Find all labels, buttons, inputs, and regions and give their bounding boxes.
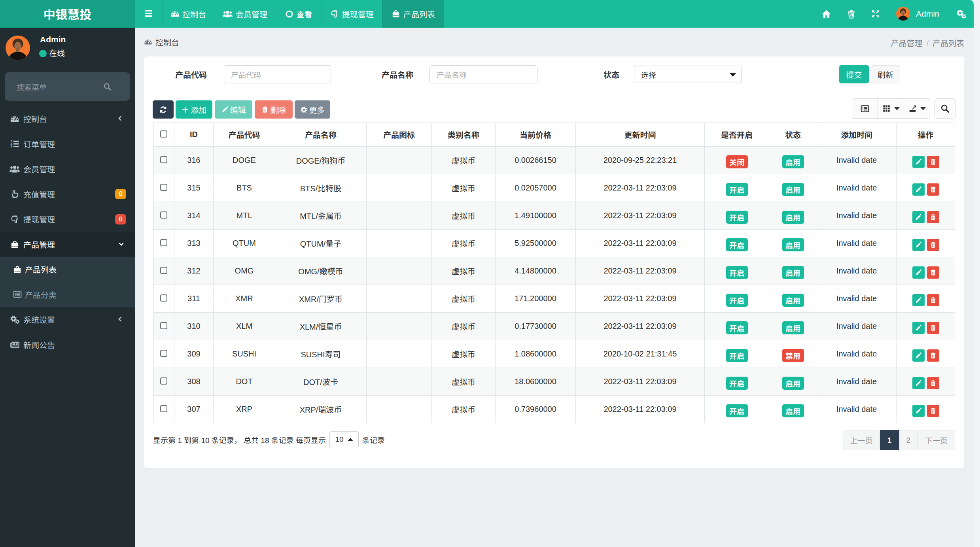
svg-text:3: 3: [10, 145, 12, 148]
